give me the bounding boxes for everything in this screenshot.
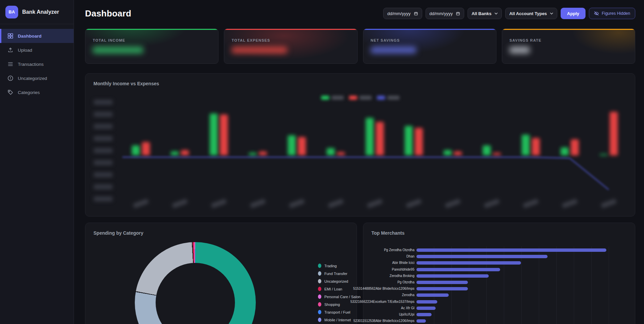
merchant-bar bbox=[416, 261, 521, 265]
chevron-down-icon bbox=[494, 12, 498, 15]
merchant-label: Zerodha Broking bbox=[390, 274, 414, 278]
stat-card-glow bbox=[363, 29, 496, 63]
merchant-bar bbox=[416, 287, 468, 290]
legend-dot bbox=[318, 310, 321, 314]
merchants-chart-card: Top Merchants Pg Zerodha OtzrdhaDhanAbir… bbox=[363, 223, 635, 324]
category-legend-item-trading[interactable]: Trading bbox=[318, 262, 361, 270]
stat-card-value-hidden bbox=[371, 47, 416, 53]
legend-dot bbox=[318, 271, 321, 276]
sidebar-item-categories[interactable]: Categories bbox=[0, 85, 74, 99]
merchant-label: 533216662234Excelium T/Esfbx1537/Imps bbox=[351, 300, 415, 304]
stat-card-glow bbox=[85, 29, 218, 63]
merchant-label: Dhan bbox=[406, 254, 414, 258]
bank-filter-value: All Banks bbox=[472, 11, 491, 16]
stat-card-label: TOTAL EXPENSES bbox=[232, 38, 350, 42]
chevron-down-icon bbox=[550, 12, 553, 15]
merchant-row: Abir Bhide Icici bbox=[363, 260, 635, 266]
merchant-row: Pg Zerodha Otzrdha bbox=[363, 247, 635, 253]
figures-hidden-toggle[interactable]: Figures Hidden bbox=[589, 8, 635, 19]
merchant-bar bbox=[416, 319, 426, 323]
category-chart-title: Spending by Category bbox=[93, 230, 144, 236]
upload-icon bbox=[7, 47, 13, 53]
date-to-input[interactable]: dd/mm/yyyy bbox=[426, 8, 464, 19]
alert-circle-icon bbox=[7, 75, 13, 81]
stat-card-label: SAVINGS RATE bbox=[510, 38, 628, 42]
stat-card-total-income: TOTAL INCOME bbox=[85, 29, 218, 64]
category-legend: TradingFund TransferUncategorizedEMI / L… bbox=[318, 262, 361, 324]
merchant-row: Dhan bbox=[363, 253, 635, 260]
merchant-row: Upi/Ic//Upi bbox=[363, 312, 635, 318]
sidebar-item-upload[interactable]: Upload bbox=[0, 43, 74, 57]
stat-card-accent bbox=[502, 29, 635, 30]
sidebar-item-label: Categories bbox=[18, 90, 40, 95]
apply-button[interactable]: Apply bbox=[561, 8, 586, 19]
sidebar-item-label: Upload bbox=[18, 48, 32, 53]
category-legend-item-uncategorized[interactable]: Uncategorized bbox=[318, 277, 361, 285]
stat-card-value-hidden bbox=[232, 47, 287, 53]
stat-card-glow bbox=[502, 29, 635, 63]
stat-card-value-hidden bbox=[510, 47, 530, 53]
stat-card-value-hidden bbox=[93, 47, 143, 53]
sidebar: BA Bank Analyzer DashboardUploadTransact… bbox=[0, 0, 74, 324]
monthly-chart-plot bbox=[85, 74, 635, 216]
legend-label: Fund Transfer bbox=[324, 272, 347, 276]
legend-label: EMI / Loan bbox=[324, 287, 342, 291]
stat-card-net-savings: NET SAVINGS bbox=[363, 29, 496, 64]
merchant-bar bbox=[416, 313, 432, 316]
category-donut-chart bbox=[135, 242, 256, 324]
merchant-bar bbox=[416, 281, 468, 284]
merchant-label: Upi/Ic//Upi bbox=[399, 313, 414, 316]
sidebar-item-label: Uncategorized bbox=[18, 76, 47, 81]
category-chart-card: Spending by Category TradingFund Transfe… bbox=[85, 223, 357, 324]
merchants-chart-plot: Pg Zerodha OtzrdhaDhanAbir Bhide IciciPa… bbox=[363, 246, 635, 324]
topbar: Dashboard dd/mm/yyyy dd/mm/yyyy All Bank… bbox=[85, 6, 635, 21]
stat-card-accent bbox=[85, 29, 218, 30]
legend-dot bbox=[318, 294, 321, 299]
monthly-chart-card: Monthly Income vs Expenses bbox=[85, 73, 635, 217]
category-legend-item-transport-fuel[interactable]: Transport / Fuel bbox=[318, 308, 361, 316]
legend-label: Personal Care / Salon bbox=[324, 295, 361, 299]
merchant-row: Zerodha Broking bbox=[363, 273, 635, 279]
category-legend-item-personal-care-salon[interactable]: Personal Care / Salon bbox=[318, 293, 361, 300]
legend-dot bbox=[318, 264, 321, 268]
category-legend-item-fund-transfer[interactable]: Fund Transfer bbox=[318, 270, 361, 277]
tag-icon bbox=[7, 89, 13, 95]
merchant-label: 523011512538Abir Bhide/Icicx1206/Imps bbox=[353, 319, 414, 323]
calendar-icon bbox=[456, 11, 460, 16]
account-type-filter-value: All Account Types bbox=[509, 11, 547, 16]
stat-cards-row: TOTAL INCOMETOTAL EXPENSESNET SAVINGSSAV… bbox=[85, 29, 635, 64]
legend-label: Shopping bbox=[324, 303, 340, 307]
stat-card-label: TOTAL INCOME bbox=[93, 38, 211, 42]
merchant-label: Ac Xfr Gl bbox=[401, 306, 414, 310]
main-content: Dashboard dd/mm/yyyy dd/mm/yyyy All Bank… bbox=[74, 0, 644, 324]
stat-card-savings-rate: SAVINGS RATE bbox=[502, 29, 635, 64]
transactions-list-icon bbox=[7, 61, 13, 67]
merchant-bar bbox=[416, 268, 500, 271]
merchant-label: 515314488562Abir Bhide/Icicx1206/Imps bbox=[353, 287, 414, 290]
sidebar-item-uncategorized[interactable]: Uncategorized bbox=[0, 71, 74, 85]
stat-card-label: NET SAVINGS bbox=[371, 38, 489, 42]
merchant-row: 523011512538Abir Bhide/Icicx1206/Imps bbox=[363, 318, 635, 324]
bank-filter-select[interactable]: All Banks bbox=[468, 8, 502, 19]
legend-dot bbox=[318, 318, 321, 322]
merchant-bar bbox=[416, 300, 437, 304]
donut-hole bbox=[156, 263, 235, 324]
bottom-cards-row: Spending by Category TradingFund Transfe… bbox=[85, 223, 635, 324]
account-type-filter-select[interactable]: All Account Types bbox=[505, 8, 557, 19]
legend-dot bbox=[318, 287, 321, 291]
merchant-row: Pg Otzrdha bbox=[363, 279, 635, 286]
merchants-chart-title: Top Merchants bbox=[371, 230, 405, 236]
stat-card-glow bbox=[224, 29, 357, 63]
sidebar-item-dashboard[interactable]: Dashboard bbox=[0, 29, 74, 43]
legend-dot bbox=[318, 279, 321, 283]
date-from-input[interactable]: dd/mm/yyyy bbox=[383, 8, 422, 19]
brand: BA Bank Analyzer bbox=[0, 0, 74, 24]
merchant-bar bbox=[416, 255, 548, 258]
merchant-bar bbox=[416, 307, 436, 310]
eye-off-icon bbox=[594, 11, 599, 16]
sidebar-item-transactions[interactable]: Transactions bbox=[0, 57, 74, 71]
merchant-row: Pareshbhide95 bbox=[363, 267, 635, 273]
legend-label: Uncategorized bbox=[324, 279, 348, 283]
merchant-row: 515314488562Abir Bhide/Icicx1206/Imps bbox=[363, 286, 635, 292]
dashboard-grid-icon bbox=[7, 33, 13, 39]
